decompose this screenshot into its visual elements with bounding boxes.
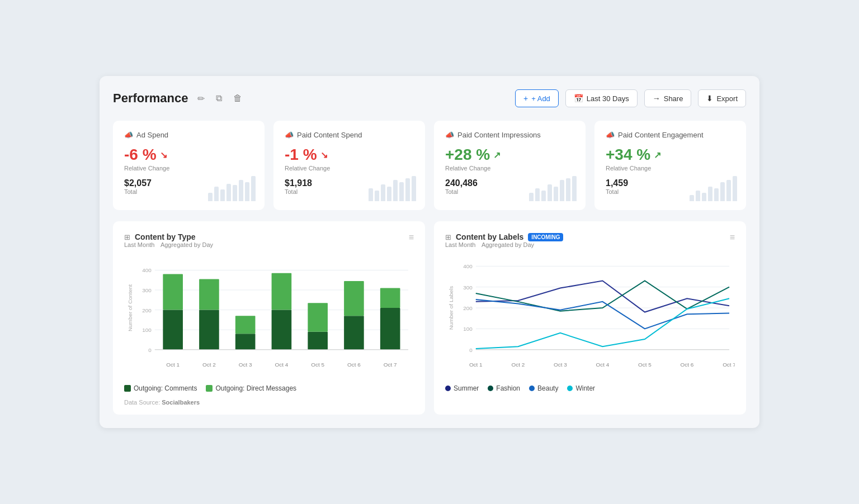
- bar-segment: [199, 279, 219, 310]
- kpi-bar: [251, 176, 256, 201]
- line-chart-agg: Aggregated by Day: [482, 241, 534, 248]
- kpi-bar: [214, 187, 219, 201]
- svg-text:200: 200: [463, 305, 473, 311]
- legend-item: Summer: [445, 384, 479, 392]
- kpi-title-text: Ad Spend: [136, 131, 168, 139]
- kpi-bar: [529, 193, 534, 201]
- header-left: Performance ✏ ⧉ 🗑: [113, 91, 244, 106]
- kpi-bar: [714, 188, 719, 201]
- header-right: + + Add 📅 Last 30 Days → Share ⬇ Export: [515, 89, 746, 107]
- add-button[interactable]: + + Add: [515, 89, 559, 107]
- kpi-bar: [387, 187, 391, 201]
- legend-color: [567, 386, 573, 391]
- kpi-bar: [560, 180, 564, 201]
- kpi-row: 📣 Ad Spend -6 % ↘ Relative Change $2,057…: [113, 121, 746, 210]
- svg-text:300: 300: [142, 287, 152, 293]
- kpi-change-label: Relative Change: [445, 165, 574, 172]
- share-button[interactable]: → Share: [644, 89, 692, 107]
- svg-text:0: 0: [148, 347, 152, 353]
- kpi-bar: [726, 180, 731, 201]
- kpi-title-text: Paid Content Spend: [297, 131, 362, 139]
- svg-text:400: 400: [463, 263, 473, 269]
- legend-label: Summer: [454, 384, 479, 392]
- svg-text:300: 300: [463, 284, 473, 291]
- kpi-change: -6 % ↘: [124, 146, 253, 164]
- bar-segment: [199, 310, 219, 350]
- kpi-sparkbar: [208, 176, 256, 201]
- kpi-bar: [566, 178, 570, 201]
- kpi-card-paid-content-spend: 📣 Paid Content Spend -1 % ↘ Relative Cha…: [273, 121, 425, 210]
- kpi-card-ad-spend: 📣 Ad Spend -6 % ↘ Relative Change $2,057…: [113, 121, 265, 210]
- kpi-sparkbar: [529, 176, 577, 201]
- bar-segment: [344, 316, 364, 349]
- legend-label: Outgoing: Comments: [134, 384, 197, 392]
- dashboard-container: Performance ✏ ⧉ 🗑 + + Add 📅 Last 30 Days…: [100, 76, 759, 428]
- kpi-card-paid-content-impressions: 📣 Paid Content Impressions +28 % ↗ Relat…: [434, 121, 586, 210]
- svg-text:100: 100: [142, 327, 152, 333]
- kpi-card-icon: 📣: [124, 131, 133, 139]
- legend-item: Outgoing: Comments: [124, 384, 197, 392]
- header: Performance ✏ ⧉ 🗑 + + Add 📅 Last 30 Days…: [113, 89, 746, 107]
- line-chart-svg-container: 0100200300400Oct 1Oct 2Oct 3Oct 4Oct 5Oc…: [445, 255, 735, 378]
- kpi-title: 📣 Ad Spend: [124, 131, 253, 139]
- kpi-card-paid-content-engagement: 📣 Paid Content Engagement +34 % ↗ Relati…: [594, 121, 746, 210]
- legend-label: Outgoing: Direct Messages: [215, 384, 296, 392]
- svg-text:Oct 2: Oct 2: [202, 362, 216, 368]
- share-label: Share: [664, 94, 683, 103]
- kpi-bar: [208, 193, 213, 201]
- bar-segment: [272, 310, 292, 350]
- delete-button[interactable]: 🗑: [231, 92, 244, 104]
- kpi-sparkbar: [690, 176, 737, 201]
- svg-text:Oct 5: Oct 5: [638, 362, 652, 368]
- kpi-bar: [572, 176, 577, 201]
- kpi-change: +34 % ↗: [606, 146, 735, 164]
- date-range-label: Last 30 Days: [587, 94, 629, 103]
- legend-color: [488, 386, 493, 391]
- bar-segment: [272, 273, 292, 310]
- kpi-bar: [690, 195, 694, 201]
- svg-text:100: 100: [463, 326, 473, 332]
- line-chart-card: ⊞ Content by Labels INCOMING Last Month …: [434, 221, 746, 415]
- line-chart-menu-button[interactable]: ≡: [730, 232, 735, 243]
- kpi-card-icon: 📣: [445, 131, 454, 139]
- kpi-bar: [369, 188, 373, 201]
- bar-chart-agg: Aggregated by Day: [161, 241, 213, 248]
- kpi-change-label: Relative Change: [285, 165, 414, 172]
- line-series: [476, 298, 729, 349]
- bar-chart-header: ⊞ Content by Type Last Month Aggregated …: [124, 232, 414, 253]
- line-chart-title-row: ⊞ Content by Labels INCOMING: [445, 232, 563, 241]
- legend-item: Beauty: [529, 384, 558, 392]
- export-icon: ⬇: [706, 94, 713, 103]
- kpi-bar: [554, 187, 558, 201]
- incoming-badge: INCOMING: [528, 233, 563, 241]
- svg-text:400: 400: [142, 267, 152, 273]
- line-chart-header: ⊞ Content by Labels INCOMING Last Month …: [445, 232, 735, 253]
- legend-label: Fashion: [496, 384, 520, 392]
- kpi-bar: [733, 176, 737, 201]
- bar-chart-title: Content by Type: [135, 232, 196, 241]
- line-chart-svg-el: 0100200300400Oct 1Oct 2Oct 3Oct 4Oct 5Oc…: [445, 255, 735, 378]
- svg-text:Oct 7: Oct 7: [384, 362, 397, 368]
- kpi-bar: [399, 182, 404, 201]
- bar-chart-menu-button[interactable]: ≡: [409, 232, 414, 243]
- kpi-bar: [375, 191, 379, 201]
- bar-chart-svg-container: 0100200300400Oct 1Oct 2Oct 3Oct 4Oct 5Oc…: [124, 255, 414, 378]
- copy-button[interactable]: ⧉: [214, 92, 224, 104]
- line-chart-title: Content by Labels: [456, 232, 523, 241]
- export-label: Export: [716, 94, 738, 103]
- svg-text:Oct 1: Oct 1: [166, 362, 180, 368]
- kpi-bar: [696, 191, 700, 201]
- bar-segment: [308, 332, 328, 350]
- plus-icon: +: [523, 94, 528, 103]
- svg-text:Oct 1: Oct 1: [469, 362, 483, 368]
- kpi-bar: [393, 180, 398, 201]
- legend-color: [445, 386, 451, 391]
- kpi-sparkbar: [369, 176, 416, 201]
- svg-text:200: 200: [142, 307, 152, 313]
- line-chart-period: Last Month: [445, 241, 475, 248]
- edit-button[interactable]: ✏: [195, 92, 207, 105]
- export-button[interactable]: ⬇ Export: [698, 89, 746, 107]
- data-source-label: Data Source: Socialbakers: [124, 399, 414, 406]
- legend-color: [529, 386, 535, 391]
- date-range-button[interactable]: 📅 Last 30 Days: [565, 89, 638, 107]
